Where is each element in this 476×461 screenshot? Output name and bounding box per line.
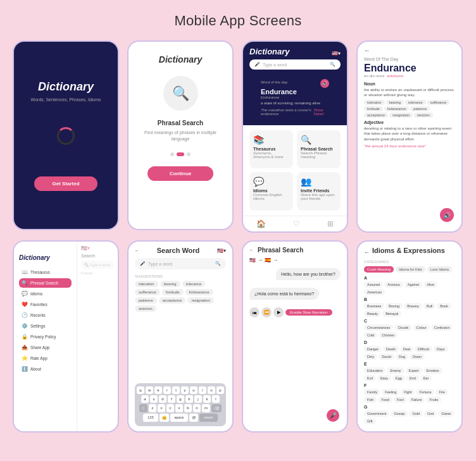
key-shift[interactable]: ⇧ bbox=[139, 404, 147, 412]
chip-s10[interactable]: stoicism bbox=[135, 305, 156, 312]
sidebar-item-about[interactable]: ℹ️ About bbox=[19, 364, 72, 374]
key-m[interactable]: m bbox=[202, 404, 210, 412]
mic-search-icon: 🎤 bbox=[140, 261, 146, 266]
key-d[interactable]: d bbox=[159, 395, 166, 403]
chip-s5[interactable]: fortitude bbox=[162, 289, 184, 295]
sidebar-item-idioms[interactable]: 💬 Idioms bbox=[19, 289, 72, 298]
key-c[interactable]: c bbox=[166, 404, 174, 412]
thesaurus-sublabel: Synonyms, Antonyms & more bbox=[253, 151, 289, 159]
sidebar-item-thesaurus[interactable]: 📖 Thesaurus bbox=[19, 267, 72, 277]
key-q[interactable]: q bbox=[137, 386, 144, 394]
chip-s4[interactable]: sufferance bbox=[135, 289, 160, 295]
categories-label: CATEGORIES bbox=[364, 260, 455, 264]
key-n[interactable]: n bbox=[193, 404, 201, 412]
chip-s7[interactable]: patience bbox=[135, 297, 157, 304]
wotd-example: The marathon tests a runner's endurance bbox=[261, 108, 314, 116]
wotd-def: a state of surviving; remaining alive bbox=[261, 101, 329, 106]
sidebar-item-favorites[interactable]: ❤️ Favorites bbox=[19, 300, 72, 309]
speak-fab-button[interactable]: 🔊 bbox=[440, 208, 454, 222]
onboard-logo: Dictionary bbox=[159, 54, 202, 65]
noun-synonyms: toleration bearing tolerance sufferance … bbox=[364, 100, 455, 118]
back-arrow[interactable]: ← bbox=[364, 47, 455, 54]
home-search-bar[interactable]: 🎤 Type a word 🔍 bbox=[249, 59, 341, 70]
key-w[interactable]: w bbox=[146, 386, 153, 394]
chip-s3[interactable]: tolerance bbox=[182, 281, 206, 287]
category-crush[interactable]: Crush Meaning bbox=[364, 266, 394, 273]
chip-s2[interactable]: bearing bbox=[160, 281, 180, 287]
sidebar-label-privacy: Privacy Policy bbox=[30, 335, 56, 339]
key-123[interactable]: 123 bbox=[143, 414, 158, 422]
nav-home-icon[interactable]: 🏠 bbox=[256, 219, 266, 228]
key-l[interactable]: l bbox=[212, 395, 220, 403]
nav-heart-icon[interactable]: ♡ bbox=[293, 219, 300, 228]
nav-grid-icon[interactable]: ⊞ bbox=[327, 219, 334, 228]
key-space[interactable]: space bbox=[170, 414, 189, 422]
key-i[interactable]: i bbox=[199, 386, 206, 394]
key-a[interactable]: a bbox=[141, 395, 149, 403]
key-o[interactable]: o bbox=[208, 386, 215, 394]
key-g[interactable]: g bbox=[177, 395, 184, 403]
sidebar-item-rate[interactable]: ⭐ Rate App bbox=[19, 353, 72, 363]
search-input-row[interactable]: 🎤 Type a word 🔍 bbox=[135, 258, 226, 269]
grid-item-idioms[interactable]: 💬 Idioms Common English Idioms bbox=[249, 172, 293, 211]
play-button[interactable]: ▶ bbox=[273, 307, 284, 317]
key-y[interactable]: y bbox=[181, 386, 189, 394]
key-k[interactable]: k bbox=[203, 395, 211, 403]
category-kids[interactable]: Idioms for Kids bbox=[396, 266, 425, 273]
grid-item-invite[interactable]: 👥 Invite Friends Share this app upon you… bbox=[297, 172, 341, 211]
key-h[interactable]: h bbox=[185, 395, 193, 403]
wotd-label: Word of the day bbox=[261, 80, 287, 84]
key-u[interactable]: u bbox=[190, 386, 197, 394]
key-r[interactable]: r bbox=[163, 386, 171, 394]
key-e[interactable]: e bbox=[154, 386, 162, 394]
chip-s8[interactable]: acceptance bbox=[159, 297, 186, 304]
sidebar-item-phrasal[interactable]: 🔍 Phrasal Search bbox=[19, 278, 72, 288]
splash-tagline: Words, Sentences, Phrases, Idioms bbox=[30, 97, 101, 102]
chip-s6[interactable]: forbearance bbox=[185, 289, 213, 295]
about-icon: ℹ️ bbox=[22, 366, 28, 372]
slow-narration-button[interactable]: Enable Slow Narration bbox=[285, 309, 332, 316]
privacy-icon: 🔒 bbox=[22, 334, 28, 340]
key-v[interactable]: v bbox=[175, 404, 183, 412]
mic-fab-button[interactable]: 🎤 bbox=[327, 409, 339, 422]
chip-patience: patience bbox=[410, 106, 430, 111]
play-prev-button[interactable]: ⏪ bbox=[261, 307, 272, 317]
letter-section-f: F Family Feeling Fight Fortune Fire Fish… bbox=[364, 383, 455, 403]
key-z[interactable]: z bbox=[149, 404, 156, 412]
key-t[interactable]: t bbox=[172, 386, 180, 394]
grid-item-thesaurus[interactable]: 📚 Thesaurus Synonyms, Antonyms & more bbox=[249, 130, 293, 169]
play-back-button[interactable]: ⏮ bbox=[249, 307, 260, 317]
key-x[interactable]: x bbox=[158, 404, 165, 412]
chip-s9[interactable]: resignation bbox=[187, 297, 213, 304]
category-love[interactable]: Love Idioms bbox=[427, 266, 453, 273]
key-emoji[interactable]: 😊 bbox=[160, 414, 169, 422]
show-detail-button[interactable]: Show Detail bbox=[314, 108, 329, 116]
key-backspace[interactable]: ⌫ bbox=[211, 404, 222, 412]
phrasal-sublabel: Search Phrasal meaning bbox=[301, 151, 337, 159]
search-icon: 🔍 bbox=[330, 62, 335, 67]
key-b[interactable]: b bbox=[184, 404, 192, 412]
search-back-arrow[interactable]: ← bbox=[135, 249, 139, 253]
sidebar-item-recents[interactable]: 🕐 Recents bbox=[19, 310, 72, 320]
chip-s1[interactable]: toleration bbox=[135, 281, 158, 287]
screen-sidebar: Dictionary 📖 Thesaurus 🔍 Phrasal Search … bbox=[13, 240, 119, 433]
grid-item-phrasal[interactable]: 🔍 Phrasal Search Search Phrasal meaning bbox=[297, 130, 341, 169]
sidebar-item-settings[interactable]: ⚙️ Settings bbox=[19, 321, 72, 331]
key-return[interactable]: return bbox=[199, 414, 217, 422]
key-p[interactable]: p bbox=[216, 386, 224, 394]
continue-button[interactable]: Continue bbox=[147, 166, 214, 181]
phrasal-title: Phrasal Search bbox=[258, 247, 303, 254]
sidebar-item-share[interactable]: 📤 Share App bbox=[19, 343, 72, 352]
home-search-placeholder: Type a word bbox=[263, 63, 287, 67]
idioms-back-arrow[interactable]: ← bbox=[364, 249, 370, 255]
key-j[interactable]: j bbox=[194, 395, 202, 403]
speaker-button[interactable]: 🔊 bbox=[320, 79, 329, 88]
key-s[interactable]: s bbox=[150, 395, 158, 403]
key-at[interactable]: @ bbox=[189, 414, 198, 422]
noun-label: Noun bbox=[364, 82, 455, 86]
phrasal-back-arrow[interactable]: ← bbox=[249, 248, 254, 252]
get-started-button[interactable]: Get Started bbox=[34, 176, 97, 191]
key-f[interactable]: f bbox=[168, 395, 175, 403]
sidebar-item-privacy[interactable]: 🔒 Privacy Policy bbox=[19, 332, 72, 341]
letter-section-d: D Danger Death Deal Difficult Days Dirty… bbox=[364, 340, 455, 360]
